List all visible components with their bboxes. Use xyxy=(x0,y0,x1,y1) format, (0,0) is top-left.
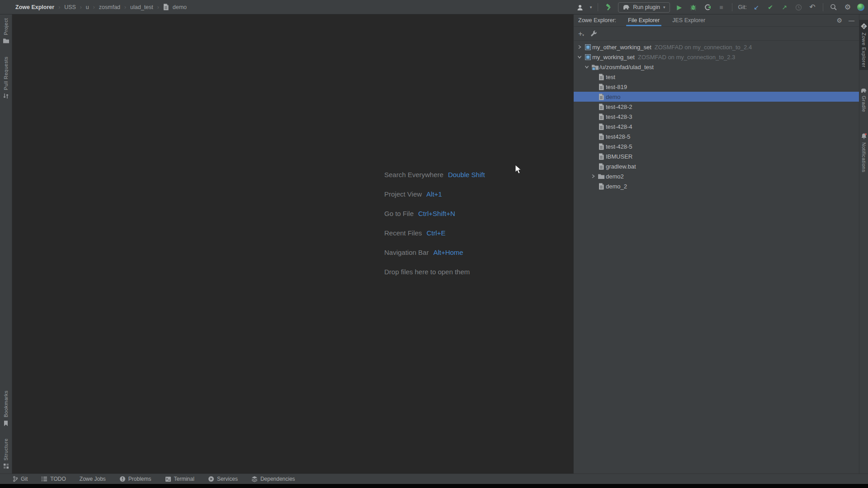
tool-window-button-gradle[interactable]: Gradle xyxy=(859,85,868,115)
settings-gear-icon[interactable]: ⚙ xyxy=(843,3,852,12)
main-toolbar: Zowe Explorer › USS › u › zosmfad › ulad… xyxy=(0,0,868,14)
tool-window-button-zowe-explorer[interactable]: Z Zowe Explorer xyxy=(859,20,868,70)
status-item-label: Git xyxy=(21,476,28,482)
file-icon xyxy=(597,163,606,170)
shortcut-hints: Search Everywhere Double ShiftProject Vi… xyxy=(384,165,485,282)
editor-empty-pane[interactable]: Search Everywhere Double ShiftProject Vi… xyxy=(13,15,573,474)
run-configuration-label: Run plugin xyxy=(633,4,660,10)
add-profile-button[interactable]: +▾ xyxy=(578,30,584,37)
tree-row-my-other-working-set[interactable]: my_other_working_setZOSMFAD on my_connec… xyxy=(574,42,859,52)
tree-row-test-428-3[interactable]: test-428-3 xyxy=(574,112,859,122)
services-icon xyxy=(208,476,214,482)
tree-row-demo-2[interactable]: demo_2 xyxy=(574,181,859,191)
profiler-icon[interactable] xyxy=(703,3,712,12)
chevron-separator-icon: › xyxy=(124,4,126,10)
tree-row-test-428-2[interactable]: test-428-2 xyxy=(574,102,859,112)
tree-row-my-working-set[interactable]: my_working_setZOSMFAD on my_connection_t… xyxy=(574,52,859,62)
breadcrumb-item[interactable]: u xyxy=(86,4,89,10)
profile-sphere-icon[interactable] xyxy=(857,4,864,11)
status-item-services[interactable]: Services xyxy=(208,476,238,482)
tree-item-label: test-428-3 xyxy=(606,113,632,120)
tree-item-label: my_other_working_set xyxy=(592,44,651,51)
shortcut-hint-row: Search Everywhere Double Shift xyxy=(384,165,485,184)
tree-expanded-chevron-icon[interactable] xyxy=(583,64,590,70)
breadcrumb-item[interactable]: zosmfad xyxy=(99,4,120,10)
run-configuration-select[interactable]: Run plugin ▾ xyxy=(618,2,670,13)
git-commit-check-icon[interactable]: ✔ xyxy=(766,3,775,12)
run-button[interactable]: ▶ xyxy=(675,3,684,12)
debug-bug-icon[interactable] xyxy=(689,3,698,12)
panel-minimize-icon[interactable]: — xyxy=(849,17,854,24)
search-icon[interactable] xyxy=(829,3,838,12)
tree-row-demo[interactable]: demo xyxy=(574,92,859,102)
notifications-icon xyxy=(861,133,867,140)
tree-row-demo2[interactable]: demo2 xyxy=(574,171,859,181)
status-item-problems[interactable]: Problems xyxy=(119,476,151,482)
tree-row-test[interactable]: test xyxy=(574,72,859,82)
rollback-icon[interactable]: ↶ xyxy=(808,3,817,12)
tool-window-button-bookmarks[interactable]: Bookmarks xyxy=(3,390,9,427)
breadcrumb-item[interactable]: USS xyxy=(64,4,76,10)
actions-wrench-icon[interactable] xyxy=(590,30,597,37)
gradle-icon xyxy=(623,5,630,10)
pull-requests-icon xyxy=(3,93,9,99)
tool-window-button-structure[interactable]: Structure xyxy=(3,438,9,469)
status-item-label: Problems xyxy=(128,476,151,482)
build-hammer-icon[interactable] xyxy=(604,3,613,12)
drop-files-hint: Drop files here to open them xyxy=(384,262,485,282)
working-set-icon xyxy=(583,44,592,51)
tab-jes-explorer[interactable]: JES Explorer xyxy=(672,14,705,26)
git-push-icon[interactable]: ↗ xyxy=(780,3,789,12)
tree-item-subtitle: ZOSMFAD on my_connection_to_2.3 xyxy=(638,54,735,61)
breadcrumb: Zowe Explorer › USS › u › zosmfad › ulad… xyxy=(0,4,187,10)
toolbar-divider xyxy=(598,3,598,11)
hint-keybinding: Ctrl+E xyxy=(426,229,445,237)
breadcrumb-root[interactable]: Zowe Explorer xyxy=(15,4,54,10)
git-update-icon[interactable]: ↙ xyxy=(752,3,761,12)
file-icon xyxy=(597,123,606,130)
tree-item-label: test428-5 xyxy=(606,133,630,140)
tree-item-label: test-819 xyxy=(606,84,627,90)
folder-icon xyxy=(597,174,606,179)
tree-collapsed-chevron-icon[interactable] xyxy=(589,173,597,179)
panel-header: Zowe Explorer: File Explorer JES Explore… xyxy=(574,14,859,27)
tree-collapsed-chevron-icon[interactable] xyxy=(576,44,583,50)
tool-window-button-notifications[interactable]: Notifications xyxy=(859,130,868,175)
tree-row-gradlew-bat[interactable]: gradlew.bat xyxy=(574,161,859,171)
tree-row--u-zosmfad-ulad-test[interactable]: /u/zosmfad/ulad_test xyxy=(574,62,859,72)
mouse-cursor xyxy=(515,164,523,174)
tree-row-ibmuser[interactable]: IBMUSER xyxy=(574,151,859,161)
status-item-zowe-jobs[interactable]: Zowe Jobs xyxy=(80,476,106,482)
tool-window-button-project[interactable]: Project xyxy=(3,18,9,44)
tree-row-test-428-4[interactable]: test-428-4 xyxy=(574,122,859,131)
screen-edge-strip xyxy=(0,484,868,488)
tree-row-test-428-5[interactable]: test-428-5 xyxy=(574,141,859,151)
breadcrumb-file[interactable]: demo xyxy=(173,4,187,10)
hint-keybinding: Alt+Home xyxy=(433,249,463,256)
tool-window-button-pull-requests[interactable]: Pull Requests xyxy=(3,56,9,99)
status-item-terminal[interactable]: Terminal xyxy=(165,476,194,482)
zowe-icon: Z xyxy=(860,23,868,30)
todo-icon xyxy=(41,476,47,482)
status-item-git[interactable]: Git xyxy=(13,476,28,482)
tree-item-label: demo_2 xyxy=(606,183,627,190)
tree-row-test428-5[interactable]: test428-5 xyxy=(574,131,859,141)
status-item-label: Dependencies xyxy=(260,476,295,482)
history-clock-icon[interactable] xyxy=(794,3,803,12)
tree-item-subtitle: ZOSMFAD on my_connection_to_2.4 xyxy=(655,44,752,51)
hint-keybinding: Ctrl+Shift+N xyxy=(418,210,455,217)
tree-expanded-chevron-icon[interactable] xyxy=(576,54,583,60)
working-set-icon xyxy=(583,54,592,61)
tree-item-label: test-428-2 xyxy=(606,103,632,110)
git-branch-icon xyxy=(13,476,18,482)
file-icon xyxy=(597,74,606,80)
stop-button[interactable]: ■ xyxy=(717,3,726,12)
tree-row-test-819[interactable]: test-819 xyxy=(574,82,859,92)
status-item-dependencies[interactable]: Dependencies xyxy=(251,476,295,482)
breadcrumb-item[interactable]: ulad_test xyxy=(130,4,153,10)
tab-file-explorer[interactable]: File Explorer xyxy=(628,14,660,26)
status-item-todo[interactable]: TODO xyxy=(41,476,66,482)
collaborate-user-icon[interactable] xyxy=(576,3,585,12)
hint-action-label: Recent Files xyxy=(384,229,422,237)
panel-settings-gear-icon[interactable]: ⚙ xyxy=(836,17,842,24)
